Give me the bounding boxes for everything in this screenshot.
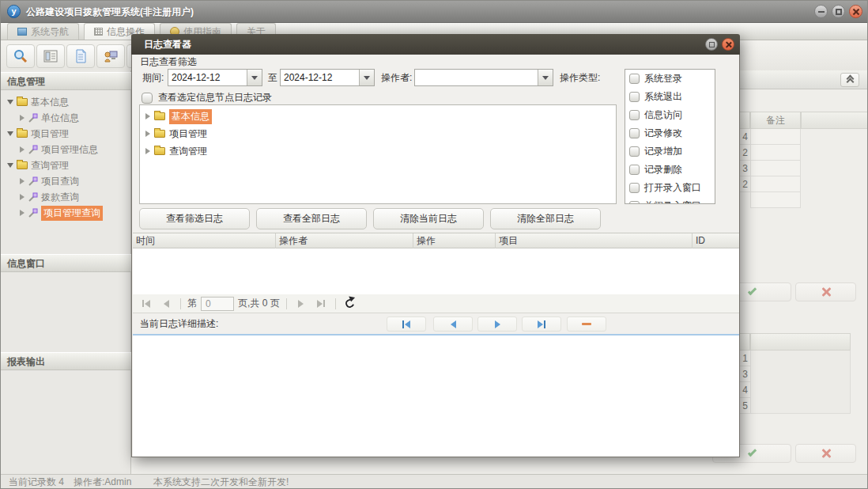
sidebar-tree-item-project-query[interactable]: 项目查询 — [1, 173, 131, 189]
sidebar-tree-item-project-mgmt-query[interactable]: 项目管理查询 — [1, 205, 131, 221]
checkbox[interactable] — [629, 128, 640, 138]
dialog-maximize-button[interactable] — [705, 38, 718, 51]
close-button[interactable] — [849, 5, 862, 18]
sidebar-tree-item-project-management[interactable]: 项目管理 — [1, 126, 131, 142]
first-page-button[interactable] — [138, 297, 154, 311]
tree-item-label: 项目查询 — [41, 175, 79, 188]
sidebar-tree-item-funding-query[interactable]: 拨款查询 — [1, 189, 131, 205]
operator-label: 操作者: — [381, 69, 412, 86]
last-page-button[interactable] — [313, 297, 329, 311]
collapsed-arrow-icon[interactable] — [20, 146, 25, 153]
checkbox[interactable] — [629, 74, 640, 84]
arrow-right-icon — [298, 300, 304, 308]
dialog-tree-item-query-management[interactable]: 查询管理 — [140, 142, 616, 160]
checkbox[interactable] — [629, 92, 640, 102]
record-prev-button[interactable] — [433, 317, 473, 332]
arrow-left-icon — [451, 320, 456, 328]
date-to-picker[interactable]: 2024-12-12 — [280, 69, 375, 86]
maximize-icon — [709, 42, 715, 47]
tree-item-label: 项目管理信息 — [41, 143, 98, 157]
view-filtered-logs-button[interactable]: 查看筛选日志 — [139, 208, 250, 229]
dialog-close-button[interactable] — [722, 38, 734, 51]
dropdown-button[interactable] — [538, 70, 553, 85]
checkbox[interactable] — [629, 183, 640, 193]
clear-all-logs-button[interactable]: 清除全部日志 — [490, 208, 601, 229]
sidebar-panel-report-output[interactable]: 报表输出 — [1, 352, 131, 370]
collapsed-arrow-icon[interactable] — [20, 210, 25, 216]
checkbox[interactable] — [629, 146, 640, 157]
sidebar-tree-item-query-management[interactable]: 查询管理 — [1, 157, 131, 173]
optype-label: 系统退出 — [644, 90, 682, 104]
refresh-icon[interactable] — [344, 298, 356, 309]
optype-item-record-modify[interactable]: 记录修改 — [625, 124, 715, 142]
record-delete-button[interactable] — [567, 317, 606, 332]
tab-system-nav[interactable]: 系统导航 — [7, 23, 79, 40]
operator-combobox[interactable] — [414, 69, 553, 86]
page-number-input[interactable]: 0 — [201, 297, 234, 311]
sidebar-tree-item-unit-info[interactable]: 单位信息 — [1, 110, 131, 126]
user-management-button[interactable] — [96, 44, 125, 68]
collapsed-arrow-icon[interactable] — [145, 131, 150, 137]
log-detail-textarea[interactable] — [133, 334, 739, 457]
nav-square-icon — [17, 28, 27, 36]
sidebar-tree-item-project-mgmt-info[interactable]: 项目管理信息 — [1, 142, 131, 157]
optype-item-system-login[interactable]: 系统登录 — [625, 70, 715, 88]
minimize-button[interactable] — [814, 5, 828, 18]
optype-item-info-access[interactable]: 信息访问 — [625, 106, 715, 124]
maximize-button[interactable] — [832, 5, 845, 18]
log-table-body[interactable] — [133, 248, 739, 294]
app-window: y 公路建设项目拨款管理系统(非注册用户) 系统导航 信息操作 使用指南 关于 — [0, 0, 868, 489]
column-header-time[interactable]: 时间 — [133, 233, 276, 248]
record-last-button[interactable] — [522, 317, 561, 332]
operation-type-listbox[interactable]: 系统登录 系统退出 信息访问 记录修改 记录增加 记录删除 打开录入窗口 关闭录… — [625, 69, 715, 204]
bar-icon — [323, 300, 325, 307]
sidebar-tree-item-basic-info[interactable]: 基本信息 — [1, 94, 131, 110]
optype-item-record-delete[interactable]: 记录删除 — [625, 161, 715, 179]
optype-item-open-entry-window[interactable]: 打开录入窗口 — [625, 179, 715, 197]
dialog-tree-item-project-management[interactable]: 项目管理 — [140, 125, 616, 142]
dialog-tree-item-basic-info[interactable]: 基本信息 — [140, 108, 616, 125]
cross-icon — [821, 286, 832, 298]
node-filter-checkbox[interactable] — [142, 93, 153, 104]
collapsed-arrow-icon[interactable] — [145, 113, 150, 119]
collapsed-arrow-icon[interactable] — [20, 115, 25, 121]
expand-arrow-icon[interactable] — [7, 131, 13, 136]
checkbox[interactable] — [629, 110, 640, 120]
search-button[interactable] — [6, 44, 35, 68]
sidebar-panel-info-management[interactable]: 信息管理 — [1, 72, 131, 90]
optype-item-system-logout[interactable]: 系统退出 — [625, 88, 715, 106]
date-from-picker[interactable]: 2024-12-12 — [168, 69, 262, 86]
view-all-logs-button[interactable]: 查看全部日志 — [256, 208, 367, 229]
optype-item-close-entry-window[interactable]: 关闭录入窗口 — [625, 197, 715, 204]
column-header-project[interactable]: 项目 — [496, 233, 693, 248]
dropdown-button[interactable] — [247, 70, 262, 85]
next-page-button[interactable] — [293, 297, 309, 311]
column-header-operator[interactable]: 操作者 — [276, 233, 413, 248]
collapsed-arrow-icon[interactable] — [20, 194, 25, 200]
document-button[interactable] — [66, 44, 95, 68]
dialog-titlebar[interactable]: 日志查看器 — [131, 34, 740, 55]
optype-item-record-add[interactable]: 记录增加 — [625, 142, 715, 161]
form-view-button[interactable] — [36, 44, 65, 68]
prev-page-button[interactable] — [158, 297, 174, 311]
column-header-operation[interactable]: 操作 — [413, 233, 496, 248]
column-header-id[interactable]: ID — [693, 233, 739, 248]
expand-arrow-icon[interactable] — [7, 100, 13, 104]
log-node-tree[interactable]: 基本信息 项目管理 查询管理 — [139, 104, 617, 204]
checkbox[interactable] — [629, 201, 640, 204]
sidebar: 信息管理 基本信息 单位信息 项目管理 项目管理信息 查询管理 — [1, 70, 131, 474]
grid1-cell — [750, 145, 801, 161]
clear-current-logs-button[interactable]: 清除当前日志 — [373, 208, 484, 229]
dropdown-button[interactable] — [359, 70, 374, 85]
sidebar-panel-info-window[interactable]: 信息窗口 — [1, 254, 131, 272]
cancel-button[interactable] — [795, 282, 856, 301]
collapse-panel-button[interactable] — [840, 73, 859, 87]
record-next-button[interactable] — [477, 317, 517, 332]
collapsed-arrow-icon[interactable] — [20, 178, 25, 184]
expand-arrow-icon[interactable] — [7, 163, 13, 168]
cancel-button[interactable] — [795, 444, 856, 463]
collapsed-arrow-icon[interactable] — [145, 148, 150, 154]
node-filter-row[interactable]: 查看选定信息节点日志记录 — [142, 91, 272, 104]
record-first-button[interactable] — [387, 317, 426, 332]
checkbox[interactable] — [629, 165, 640, 175]
